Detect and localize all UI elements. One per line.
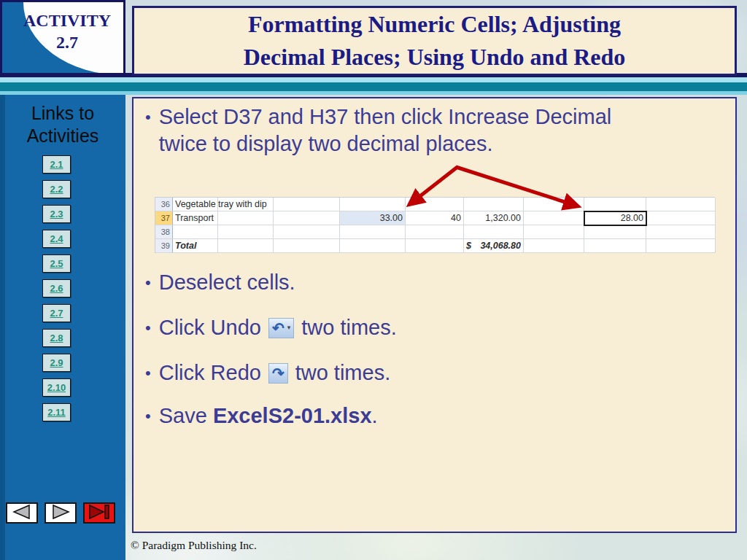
sidebar-link-2-3[interactable]: 2.3	[42, 205, 71, 223]
bullet-select-cells: • Select D37 and H37 then click Increase…	[145, 104, 611, 158]
slide-nav-controls	[6, 502, 115, 524]
row-header-36: 36	[155, 198, 173, 211]
links-heading-line2: Activities	[0, 125, 125, 147]
redo-icon: ↷	[272, 366, 285, 381]
links-heading: Links to Activities	[0, 102, 125, 147]
cell-h39	[584, 239, 646, 253]
undo-button-image: ↶ ▾	[268, 318, 294, 338]
activity-label: ACTIVITY	[12, 9, 122, 31]
bullet-save-file: • Save ExcelS2-01.xlsx.	[145, 402, 378, 429]
currency-symbol: $	[466, 241, 471, 251]
cell-i39	[646, 239, 716, 253]
arrow-right-icon	[49, 504, 72, 523]
cell-f37: 1,320.00	[464, 211, 524, 225]
cell-d38	[340, 225, 406, 239]
cell-c38	[274, 225, 340, 239]
cell-i38	[646, 225, 716, 239]
divider-stripe	[0, 73, 747, 95]
activity-badge: ACTIVITY 2.7	[0, 0, 125, 77]
sidebar-link-2-4[interactable]: 2.4	[42, 230, 71, 248]
bullet-deselect-cells: • Deselect cells.	[145, 269, 295, 296]
activity-links-list: 2.1 2.2 2.3 2.4 2.5 2.6 2.7 2.8 2.9 2.10…	[42, 155, 71, 421]
bullet-icon: •	[145, 314, 151, 341]
cell-h36	[584, 198, 646, 211]
cell-d37: 33.00	[340, 211, 406, 225]
activity-badge-text: ACTIVITY 2.7	[12, 9, 122, 53]
sidebar-link-2-8[interactable]: 2.8	[42, 329, 71, 347]
cell-d39	[340, 239, 406, 253]
sidebar-link-2-1[interactable]: 2.1	[42, 155, 71, 174]
previous-slide-button[interactable]	[6, 502, 38, 524]
cell-i36	[646, 198, 716, 211]
bullet5-pre-text: Save	[159, 404, 207, 427]
sidebar-link-2-2[interactable]: 2.2	[42, 180, 71, 198]
last-slide-button[interactable]	[83, 502, 115, 524]
spreadsheet-figure: 36 Vegetable tray with dip 37 Transport …	[155, 197, 715, 253]
copyright-text: © Paradigm Publishing Inc.	[131, 539, 257, 552]
cell-a36: Vegetable tray with dip	[173, 198, 218, 211]
cell-c37	[274, 211, 340, 225]
cell-a36-text: Vegetable tray with dip	[175, 199, 267, 209]
cell-h37-active: 28.00	[584, 211, 646, 225]
sidebar-link-2-9[interactable]: 2.9	[42, 354, 71, 372]
slide-title-line1: Formatting Numeric Cells; Adjusting	[248, 8, 621, 41]
sidebar-link-2-11[interactable]: 2.11	[42, 403, 71, 421]
cell-e36	[406, 198, 464, 211]
cell-h38	[584, 225, 646, 239]
cell-c36	[274, 198, 340, 211]
bullet2-text: Deselect cells.	[159, 269, 295, 296]
slide-title-line2: Decimal Places; Using Undo and Redo	[244, 41, 626, 74]
arrow-left-icon	[10, 504, 34, 523]
links-heading-line1: Links to	[0, 102, 125, 125]
row-header-38: 38	[155, 225, 173, 239]
bullet-icon: •	[145, 104, 151, 158]
bullet-icon: •	[145, 402, 151, 429]
sidebar-link-2-7[interactable]: 2.7	[42, 304, 71, 322]
bullet-icon: •	[145, 359, 151, 386]
content-panel: • Select D37 and H37 then click Increase…	[132, 97, 737, 533]
sidebar-link-2-5[interactable]: 2.5	[42, 254, 71, 273]
row-header-37: 37	[155, 211, 173, 225]
title-banner: Formatting Numeric Cells; Adjusting Deci…	[132, 6, 737, 76]
sidebar-link-2-6[interactable]: 2.6	[42, 279, 71, 298]
bullet3-post-text: two times.	[301, 314, 397, 341]
arrow-end-icon	[86, 504, 112, 523]
undo-icon: ↶	[272, 321, 285, 335]
cell-g39	[524, 239, 584, 253]
bullet-click-redo: • Click Redo ↷ two times.	[145, 359, 390, 386]
cell-f38	[464, 225, 524, 239]
redo-button-image: ↷	[268, 363, 288, 384]
chevron-down-icon: ▾	[287, 314, 291, 341]
activity-number: 2.7	[12, 31, 122, 53]
bullet1-line2: twice to display two decimal places.	[159, 131, 612, 158]
cell-b38	[218, 225, 274, 239]
bullet5-period: .	[372, 404, 378, 427]
cell-i37	[646, 211, 716, 225]
bullet3-pre-text: Click Undo	[159, 314, 261, 341]
bullet4-post-text: two times.	[295, 359, 391, 386]
cell-a38	[173, 225, 218, 239]
cell-d36	[340, 198, 406, 211]
cell-g37	[524, 211, 584, 225]
cell-f39-total-value: $ 34,068.80	[464, 239, 524, 253]
cell-b37	[218, 211, 274, 225]
cell-a37: Transport	[173, 211, 218, 225]
filename-text: ExcelS2-01.xlsx	[213, 404, 372, 427]
cell-a39-total-label: Total	[173, 239, 218, 253]
total-amount: 34,068.80	[480, 241, 521, 251]
cell-c39	[274, 239, 340, 253]
next-slide-button[interactable]	[44, 502, 77, 524]
bullet-icon: •	[145, 269, 151, 296]
cell-g38	[524, 225, 584, 239]
bullet4-pre-text: Click Redo	[159, 359, 261, 386]
bullet-click-undo: • Click Undo ↶ ▾ two times.	[145, 314, 397, 341]
row-header-39: 39	[155, 239, 173, 253]
bullet1-line1: Select D37 and H37 then click Increase D…	[159, 104, 612, 131]
sidebar-link-2-10[interactable]: 2.10	[42, 378, 71, 397]
cell-g36	[524, 198, 584, 211]
cell-e38	[406, 225, 464, 239]
cell-e39	[406, 239, 464, 253]
cell-f36	[464, 198, 524, 211]
cell-e37: 40	[406, 211, 464, 225]
cell-b39	[218, 239, 274, 253]
